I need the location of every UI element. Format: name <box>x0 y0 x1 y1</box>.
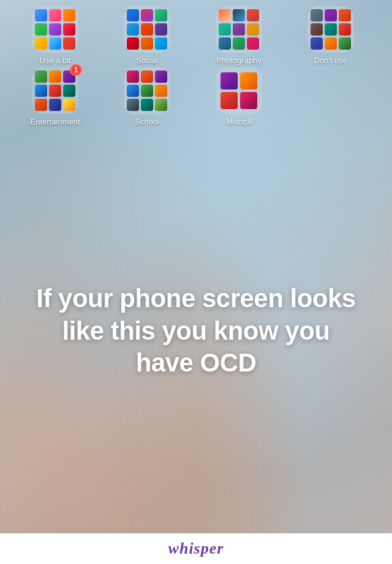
folder-dont-use[interactable]: Don't use <box>288 6 374 65</box>
mini-app <box>221 72 238 90</box>
ocd-text: If your phone screen looks like this you… <box>31 283 361 379</box>
mini-app <box>240 72 257 90</box>
app-grid: Use a bit Social <box>0 0 392 129</box>
folder-use-a-bit-label: Use a bit <box>39 56 70 65</box>
mini-app <box>63 99 75 111</box>
mini-app <box>155 23 167 36</box>
mini-app <box>247 37 259 50</box>
mini-app <box>339 9 351 21</box>
mini-app <box>219 9 231 21</box>
mini-app <box>35 23 47 36</box>
mini-app <box>141 23 153 36</box>
mini-app <box>219 23 231 36</box>
mini-app <box>325 23 337 36</box>
mini-app <box>63 85 75 97</box>
mini-app <box>49 85 61 97</box>
folder-school-label: School <box>135 117 159 126</box>
folder-row-2: 1 Entertainment School <box>12 67 380 126</box>
notification-badge: 1 <box>70 64 82 76</box>
mini-app <box>63 9 75 21</box>
mini-app <box>325 9 337 21</box>
mini-app <box>49 23 61 36</box>
folder-use-a-bit-icon <box>32 6 78 53</box>
mini-app <box>127 37 139 50</box>
mini-app <box>127 99 139 111</box>
folder-use-a-bit[interactable]: Use a bit <box>12 6 98 65</box>
whisper-logo: whisper <box>168 539 224 558</box>
mini-app <box>63 37 75 50</box>
mini-app <box>311 9 323 21</box>
mini-app <box>233 37 245 50</box>
mini-app <box>127 70 139 83</box>
mini-app <box>311 37 323 50</box>
mini-app <box>339 37 351 50</box>
folder-entertainment-label: Entertainment <box>31 117 80 126</box>
mini-app <box>155 9 167 21</box>
mini-app <box>233 9 245 21</box>
footer: whisper <box>0 533 392 564</box>
mini-app <box>240 92 257 109</box>
folder-row-1: Use a bit Social <box>12 6 380 65</box>
mini-app <box>221 92 238 109</box>
mini-app <box>247 9 259 21</box>
main-content: Use a bit Social <box>0 0 392 564</box>
mini-app <box>49 99 61 111</box>
main-text-area: If your phone screen looks like this you… <box>0 129 392 533</box>
mini-app <box>325 37 337 50</box>
mini-app <box>49 9 61 21</box>
folder-school[interactable]: School <box>104 67 190 126</box>
mini-app <box>155 85 167 97</box>
mini-app <box>63 23 75 36</box>
mini-app <box>141 9 153 21</box>
folder-photography[interactable]: Photography <box>196 6 282 65</box>
folder-social[interactable]: Social <box>104 6 190 65</box>
mini-app <box>141 37 153 50</box>
folder-muzica-icon <box>216 67 262 114</box>
folder-entertainment-wrapper: 1 <box>32 67 78 114</box>
mini-app <box>141 99 153 111</box>
mini-app <box>49 70 61 83</box>
mini-app <box>127 9 139 21</box>
mini-app <box>141 70 153 83</box>
folder-muzica-label: Muzică <box>226 117 251 126</box>
mini-app <box>35 99 47 111</box>
mini-app <box>35 85 47 97</box>
mini-app <box>155 70 167 83</box>
folder-social-label: Social <box>136 56 157 65</box>
mini-app <box>141 85 153 97</box>
folder-school-icon <box>124 67 170 114</box>
mini-app <box>233 23 245 36</box>
mini-app <box>155 37 167 50</box>
folder-photography-label: Photography <box>216 56 262 65</box>
folder-dont-use-label: Don't use <box>314 56 348 65</box>
mini-app <box>127 85 139 97</box>
folder-entertainment[interactable]: 1 Entertainment <box>12 67 98 126</box>
mini-app <box>247 23 259 36</box>
mini-app <box>311 23 323 36</box>
mini-app <box>49 37 61 50</box>
folder-dont-use-icon <box>307 6 354 53</box>
mini-app <box>35 37 47 50</box>
mini-app <box>219 37 231 50</box>
mini-app <box>155 99 167 111</box>
mini-app <box>35 9 47 21</box>
mini-app <box>127 23 139 36</box>
folder-social-icon <box>124 6 170 53</box>
mini-app <box>339 23 351 36</box>
mini-app <box>35 70 47 83</box>
folder-photography-icon <box>216 6 262 53</box>
folder-muzica[interactable]: Muzică <box>196 67 282 126</box>
